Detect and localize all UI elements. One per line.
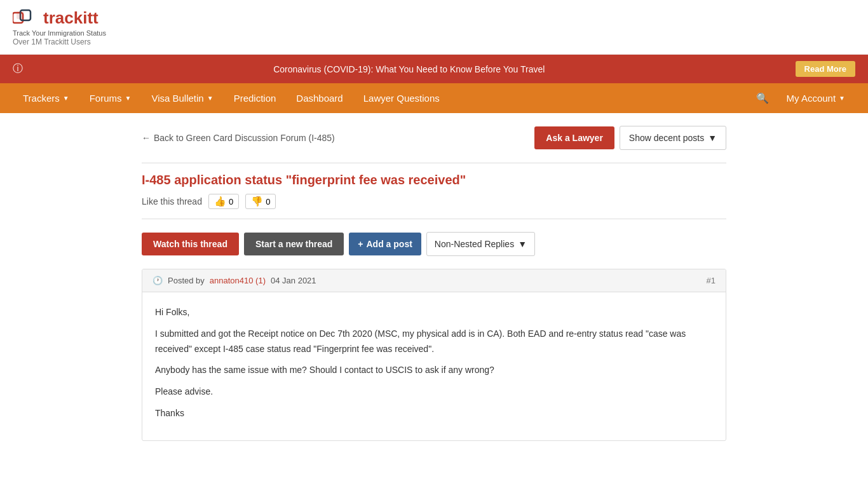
add-post-button[interactable]: + Add a post xyxy=(349,233,421,255)
post-header-left: 🕐 Posted by annaton410 (1) 04 Jan 2021 xyxy=(153,276,316,285)
arrow-left-icon: ← xyxy=(142,133,151,143)
posted-by-label: Posted by xyxy=(168,276,205,285)
post-line-2: I submitted and got the Receipt notice o… xyxy=(155,327,713,357)
chevron-down-icon: ▼ xyxy=(708,133,717,143)
alert-bar: ⓘ Coronavirus (COVID-19): What You Need … xyxy=(0,55,868,83)
clock-icon: 🕐 xyxy=(153,276,163,285)
post-date: 04 Jan 2021 xyxy=(271,276,316,285)
chevron-down-icon: ▼ xyxy=(839,95,845,102)
like-count: 0 xyxy=(229,197,233,207)
ask-lawyer-button[interactable]: Ask a Lawyer xyxy=(534,126,614,149)
nav-dashboard[interactable]: Dashboard xyxy=(286,84,353,112)
breadcrumb-actions: Ask a Lawyer Show decent posts ▼ xyxy=(534,126,726,150)
logo-area: trackitt Track Your Immigration Status O… xyxy=(13,8,106,46)
thumbs-up-icon: 👍 xyxy=(214,196,226,207)
chevron-down-icon: ▼ xyxy=(125,95,132,102)
watch-thread-button[interactable]: Watch this thread xyxy=(142,233,239,255)
post-line-3: Anybody has the same issue with me? Shou… xyxy=(155,363,713,378)
show-decent-posts-button[interactable]: Show decent posts ▼ xyxy=(620,126,726,150)
replies-type-dropdown[interactable]: Non-Nested Replies ▼ xyxy=(426,232,535,256)
nav-my-account[interactable]: My Account ▼ xyxy=(776,84,855,112)
post-body: Hi Folks, I submitted and got the Receip… xyxy=(142,292,726,440)
chevron-down-icon: ▼ xyxy=(518,239,527,249)
chevron-down-icon: ▼ xyxy=(63,95,69,102)
nav-lawyer-questions[interactable]: Lawyer Questions xyxy=(353,84,450,112)
back-link[interactable]: ← Back to Green Card Discussion Forum (I… xyxy=(142,133,335,143)
nav-visa-bulletin[interactable]: Visa Bulletin ▼ xyxy=(141,84,223,112)
post-number: #1 xyxy=(707,276,715,285)
chevron-down-icon: ▼ xyxy=(207,95,214,102)
alert-icon: ⓘ xyxy=(13,62,23,76)
nav-forums[interactable]: Forums ▼ xyxy=(79,84,142,112)
like-button[interactable]: 👍 0 xyxy=(208,194,239,209)
logo-users: Over 1M Trackitt Users xyxy=(13,37,91,46)
divider xyxy=(142,163,726,163)
post-line-1: Hi Folks, xyxy=(155,305,713,320)
start-new-thread-button[interactable]: Start a new thread xyxy=(244,233,344,255)
plus-icon: + xyxy=(358,239,363,249)
main-content: ← Back to Green Card Discussion Forum (I… xyxy=(129,113,739,466)
divider-2 xyxy=(142,219,726,219)
nav-trackers[interactable]: Trackers ▼ xyxy=(13,84,79,112)
thread-actions: Watch this thread Start a new thread + A… xyxy=(142,232,726,256)
logo-sub: Track Your Immigration Status xyxy=(13,29,106,37)
post-header: 🕐 Posted by annaton410 (1) 04 Jan 2021 #… xyxy=(142,269,726,292)
post-author-link[interactable]: annaton410 (1) xyxy=(210,276,266,285)
read-more-button[interactable]: Read More xyxy=(796,61,855,77)
post-card: 🕐 Posted by annaton410 (1) 04 Jan 2021 #… xyxy=(142,269,726,441)
like-row: Like this thread 👍 0 👎 0 xyxy=(142,194,726,209)
thumbs-down-icon: 👎 xyxy=(251,196,263,207)
post-line-5: Thanks xyxy=(155,406,713,421)
dislike-button[interactable]: 👎 0 xyxy=(245,194,276,209)
nav-prediction[interactable]: Prediction xyxy=(224,84,287,112)
thread-title[interactable]: I-485 application status "fingerprint fe… xyxy=(142,173,726,187)
site-header: trackitt Track Your Immigration Status O… xyxy=(0,0,868,55)
svg-rect-2 xyxy=(17,11,24,19)
alert-text: Coronavirus (COVID-19): What You Need to… xyxy=(29,64,789,74)
logo-icon xyxy=(13,8,38,28)
post-line-4: Please advise. xyxy=(155,384,713,400)
dislike-count: 0 xyxy=(266,197,270,207)
breadcrumb-row: ← Back to Green Card Discussion Forum (I… xyxy=(142,126,726,150)
main-nav: Trackers ▼ Forums ▼ Visa Bulletin ▼ Pred… xyxy=(0,83,868,113)
search-icon[interactable]: 🔍 xyxy=(749,83,776,113)
like-label: Like this thread xyxy=(142,196,202,207)
logo-text: trackitt xyxy=(43,8,98,28)
